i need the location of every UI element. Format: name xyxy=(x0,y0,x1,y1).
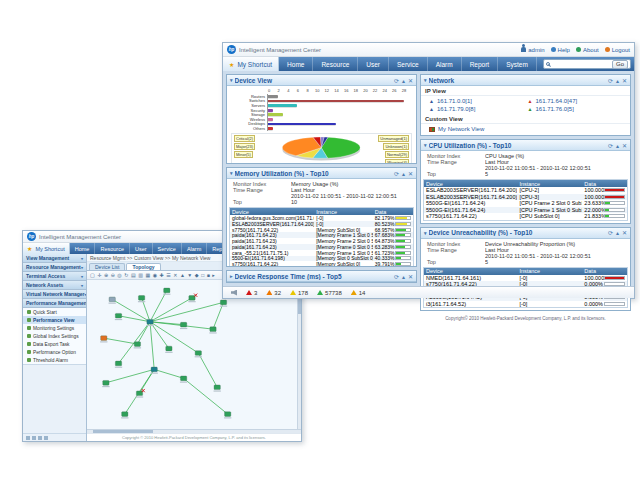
sidebar-section[interactable]: Network Assets▾ xyxy=(23,281,86,290)
toolbar-icon[interactable]: ⊕ xyxy=(104,272,108,279)
view-tab[interactable]: Topology xyxy=(126,263,160,270)
toolbar-icon[interactable]: ■ xyxy=(207,272,210,279)
widget-control-icon[interactable]: ▴ xyxy=(402,273,405,280)
nav-item[interactable]: Alarm xyxy=(182,243,207,254)
horizontal-scrollbar[interactable] xyxy=(87,429,301,433)
toolbar-icon[interactable]: ↻ xyxy=(124,272,128,279)
widget-control-icon[interactable]: ⟳ xyxy=(608,229,613,236)
sidebar-item[interactable]: Performance Option xyxy=(23,348,86,356)
sidebar-item[interactable]: Global Index Settings xyxy=(23,332,86,340)
alarm-severity-icon xyxy=(266,290,272,295)
widget-header[interactable]: ▾ Device View ⟳▴✕ xyxy=(227,75,416,86)
nav-item[interactable]: Home xyxy=(279,57,313,71)
front-shortcut-tab[interactable]: ★ My Shortcut xyxy=(223,57,279,71)
toolbar-icon[interactable]: □ xyxy=(201,272,204,279)
widget-control-icon[interactable]: ⟳ xyxy=(394,170,399,177)
toolbar-icon[interactable]: ✕ xyxy=(173,272,177,279)
alarm-count[interactable]: 14 xyxy=(351,290,366,296)
sidebar-section[interactable]: Terminal Access▾ xyxy=(23,272,86,281)
toolbar-icon[interactable]: ✚ xyxy=(160,272,164,279)
toolbar-icon[interactable]: ▦ xyxy=(145,272,150,279)
widget-control-icon[interactable]: ▴ xyxy=(616,229,619,236)
nav-item[interactable]: User xyxy=(358,57,389,71)
toolbar-icon[interactable]: ◉ xyxy=(153,272,157,279)
widget-control-icon[interactable]: ⟳ xyxy=(394,273,399,280)
toolbar-icon[interactable]: ☰ xyxy=(166,272,170,279)
widget-control-icon[interactable]: ✕ xyxy=(622,229,627,236)
alarm-count[interactable]: 57738 xyxy=(317,290,342,296)
alarm-count[interactable]: 3 xyxy=(246,290,257,296)
widget-control-icon[interactable]: ✕ xyxy=(408,273,413,280)
widget-header[interactable]: ▾ Device Unreachability (%) - Top10 ⟳▴✕ xyxy=(421,228,630,239)
sidebar-section[interactable]: Performance Management▾ xyxy=(23,299,86,308)
topology-map[interactable] xyxy=(87,280,297,429)
nav-item[interactable]: Service xyxy=(389,57,428,71)
front-app-title: Intelligent Management Center xyxy=(239,47,321,53)
widget-header[interactable]: ▸ Device Response Time (ms) - Top5 ⟳▴✕ xyxy=(227,271,416,282)
nav-item[interactable]: Alarm xyxy=(428,57,462,71)
toolbar-icon[interactable]: ▸ xyxy=(212,272,215,279)
ip-view-link[interactable]: ▲ 161.71.64.0[47] xyxy=(528,98,623,104)
search-input[interactable] xyxy=(552,60,610,68)
widget-control-icon[interactable]: ✕ xyxy=(408,77,413,84)
ip-view-link[interactable]: ▲ 161.71.0.0[1] xyxy=(429,98,524,104)
widget-control-icon[interactable]: ▴ xyxy=(402,170,405,177)
user-menu[interactable]: admin xyxy=(521,47,544,53)
alarm-count[interactable]: 178 xyxy=(290,290,308,296)
nav-item[interactable]: System xyxy=(498,57,537,71)
widget-control-icon[interactable]: ⟳ xyxy=(394,77,399,84)
toolbar-icon[interactable]: ▥ xyxy=(138,272,143,279)
sidebar-item[interactable]: Performance View xyxy=(23,316,86,324)
go-button[interactable]: Go xyxy=(612,60,628,69)
data-cell: 23.633% xyxy=(582,200,627,206)
nav-item[interactable]: Report xyxy=(462,57,499,71)
widget-control-icon[interactable]: ⟳ xyxy=(608,142,613,149)
vertical-scrollbar[interactable] xyxy=(297,280,301,429)
sidebar-item[interactable]: Monitoring Settings xyxy=(23,324,86,332)
widget-control-icon[interactable]: ▴ xyxy=(616,142,619,149)
widget-header[interactable]: ▾ CPU Utilization (%) - Top10 ⟳▴✕ xyxy=(421,140,630,151)
mini-icon[interactable] xyxy=(32,436,36,440)
sidebar-section[interactable]: Virtual Network Manager▾ xyxy=(23,290,86,299)
about-link[interactable]: About xyxy=(576,47,599,53)
sidebar-item[interactable]: Data Export Task xyxy=(23,340,86,348)
widget-control-icon[interactable]: ▴ xyxy=(402,77,405,84)
mini-icon[interactable] xyxy=(26,436,30,440)
toolbar-icon[interactable]: ▲ xyxy=(180,272,185,279)
nav-item[interactable]: Resource xyxy=(95,243,130,254)
view-tab[interactable]: Device List xyxy=(89,263,125,270)
toolbar-icon[interactable]: ◆ xyxy=(195,272,199,279)
sidebar-section[interactable]: View Management▾ xyxy=(23,254,86,263)
widget-header[interactable]: ▾ Network ⟳▴✕ xyxy=(421,75,630,86)
toolbar-icon[interactable]: ▢ xyxy=(90,272,95,279)
mini-icon[interactable] xyxy=(44,436,48,440)
help-link[interactable]: Help xyxy=(551,47,570,53)
widget-control-icon[interactable]: ✕ xyxy=(622,142,627,149)
widget-control-icon[interactable]: ✕ xyxy=(408,170,413,177)
custom-view-link[interactable]: My Network View xyxy=(429,126,622,132)
toolbar-icon[interactable]: ▼ xyxy=(187,272,192,279)
ip-view-link[interactable]: ▲ 161.71.79.0[8] xyxy=(429,106,524,112)
logout-link[interactable]: Logout xyxy=(605,47,630,53)
sidebar-item[interactable]: Quick Start xyxy=(23,308,86,316)
sidebar-section[interactable]: Resource Management▾ xyxy=(23,263,86,272)
widget-control-icon[interactable]: ✕ xyxy=(622,77,627,84)
widget-control-icon[interactable]: ⟳ xyxy=(608,77,613,84)
widget-control-icon[interactable]: ▴ xyxy=(616,77,619,84)
speaker-icon[interactable] xyxy=(231,290,237,296)
nav-item[interactable]: Home xyxy=(70,243,96,254)
back-shortcut-tab[interactable]: ★ My Shortcut xyxy=(23,243,70,254)
toolbar-icon[interactable]: ✛ xyxy=(97,272,101,279)
nav-item[interactable]: Service xyxy=(153,243,182,254)
nav-item[interactable]: Resource xyxy=(313,57,358,71)
toolbar-icon[interactable]: ⊖ xyxy=(111,272,115,279)
toolbar-icon[interactable]: ▤ xyxy=(131,272,136,279)
nav-item[interactable]: User xyxy=(130,243,153,254)
ip-view-label: IP View xyxy=(421,86,630,96)
mini-icon[interactable] xyxy=(38,436,42,440)
alarm-count[interactable]: 32 xyxy=(266,290,281,296)
sidebar-item[interactable]: Threshold Alarm xyxy=(23,356,86,364)
toolbar-icon[interactable]: ◎ xyxy=(117,272,121,279)
widget-header[interactable]: ▾ Memory Utilization (%) - Top10 ⟳▴✕ xyxy=(227,168,416,179)
ip-view-link[interactable]: ▲ 161.71.76.0[5] xyxy=(528,106,623,112)
